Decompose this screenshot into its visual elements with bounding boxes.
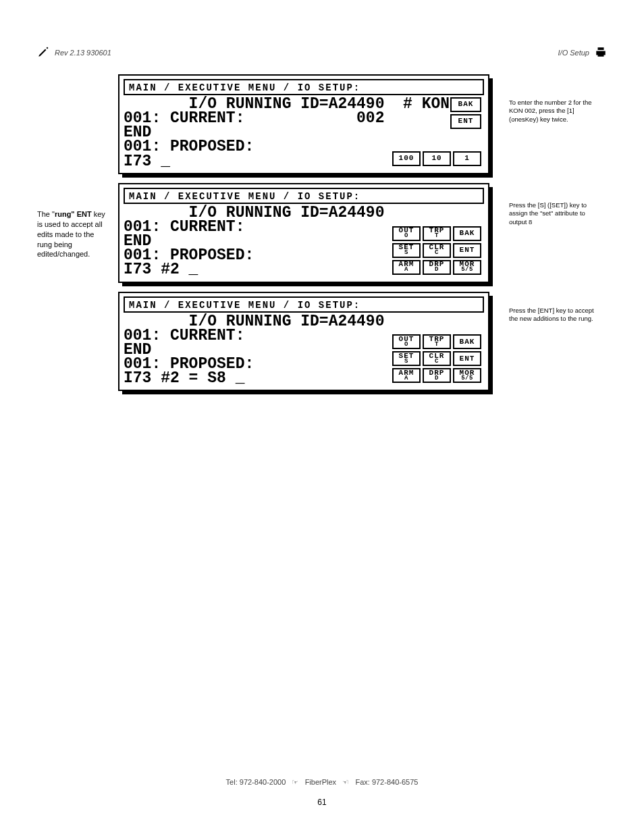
set-button[interactable]: SETS <box>392 351 421 366</box>
bak-button[interactable]: BAK <box>453 334 481 349</box>
callout-bubble-1: To enter the number 2 for the KON 002, p… <box>501 92 612 130</box>
breadcrumb-text: MAIN / EXECUTIVE MENU / IO SETUP: <box>129 82 360 93</box>
ent-button[interactable]: ENT <box>450 114 481 129</box>
lcd-line: I73 #2 = S8 _ <box>124 369 244 387</box>
ten-button[interactable]: 10 <box>423 151 451 166</box>
ent-button[interactable]: ENT <box>453 243 481 258</box>
header-right-text: I/O Setup <box>558 49 589 57</box>
page-header: Rev 2.13 930601 I/O Setup <box>37 46 607 59</box>
arm-button[interactable]: ARMA <box>392 368 421 383</box>
one-button[interactable]: 1 <box>453 151 481 166</box>
mor-button[interactable]: MOR5/5 <box>453 260 481 275</box>
callout-bubble-2: Press the [S] ([SET]) key to assign the … <box>501 194 612 233</box>
bak-button[interactable]: BAK <box>453 226 481 241</box>
keypad-top: BAK ENT <box>450 97 481 129</box>
hundred-button[interactable]: 100 <box>392 151 421 166</box>
lcd-line: 001: CURRENT: 002 <box>124 109 384 127</box>
breadcrumb-text: MAIN / EXECUTIVE MENU / IO SETUP: <box>129 300 360 311</box>
bak-button[interactable]: BAK <box>450 97 481 112</box>
arm-button[interactable]: ARMA <box>392 260 421 275</box>
printer-icon <box>595 46 607 59</box>
footer-tel: Tel: 972-840-2000 <box>226 778 286 786</box>
out-button[interactable]: OUTO <box>392 226 421 241</box>
breadcrumb-text: MAIN / EXECUTIVE MENU / IO SETUP: <box>129 191 360 202</box>
keypad: OUTO TRPT BAK SETS CLRC ENT ARMA DRPD MO… <box>392 226 481 275</box>
trp-button[interactable]: TRPT <box>423 226 451 241</box>
clr-button[interactable]: CLRC <box>423 243 451 258</box>
set-button[interactable]: SETS <box>392 243 421 258</box>
sidenote-prefix: The " <box>37 210 55 218</box>
breadcrumb: MAIN / EXECUTIVE MENU / IO SETUP: <box>124 296 484 313</box>
drp-button[interactable]: DRPD <box>423 260 451 275</box>
keypad: OUTO TRPT BAK SETS CLRC ENT ARMA DRPD MO… <box>392 334 481 383</box>
callout-bubble-3: Press the [ENT] key to accept the new ad… <box>501 300 612 330</box>
clr-button[interactable]: CLRC <box>423 351 451 366</box>
screens-column: MAIN / EXECUTIVE MENU / IO SETUP: I/O RU… <box>118 74 489 400</box>
out-button[interactable]: OUTO <box>392 334 421 349</box>
breadcrumb: MAIN / EXECUTIVE MENU / IO SETUP: <box>124 79 484 95</box>
page-number: 61 <box>0 798 644 807</box>
trp-button[interactable]: TRPT <box>423 334 451 349</box>
footer-brand: FiberPlex <box>305 778 336 786</box>
keypad-bottom: 100 10 1 <box>392 151 481 166</box>
mor-button[interactable]: MOR5/5 <box>453 368 481 383</box>
screen-3: MAIN / EXECUTIVE MENU / IO SETUP: I/O RU… <box>118 292 489 392</box>
ent-button[interactable]: ENT <box>453 351 481 366</box>
lcd-line: I73 _ <box>124 153 170 170</box>
header-left-text: Rev 2.13 930601 <box>55 49 111 57</box>
page-footer: Tel: 972-840-2000 ☞ FiberPlex ☜ Fax: 972… <box>0 778 644 787</box>
drp-button[interactable]: DRPD <box>423 368 451 383</box>
breadcrumb: MAIN / EXECUTIVE MENU / IO SETUP: <box>124 188 484 204</box>
pencil-icon <box>37 46 49 59</box>
screen-1: MAIN / EXECUTIVE MENU / IO SETUP: I/O RU… <box>118 74 489 174</box>
screen-2: MAIN / EXECUTIVE MENU / IO SETUP: I/O RU… <box>118 183 489 283</box>
side-note: The "rung" ENT key is used to accept all… <box>37 209 108 259</box>
sidenote-bold: rung" ENT <box>55 210 92 218</box>
lcd-line: I73 #2 _ <box>124 261 198 278</box>
footer-fax: Fax: 972-840-6575 <box>355 778 418 786</box>
